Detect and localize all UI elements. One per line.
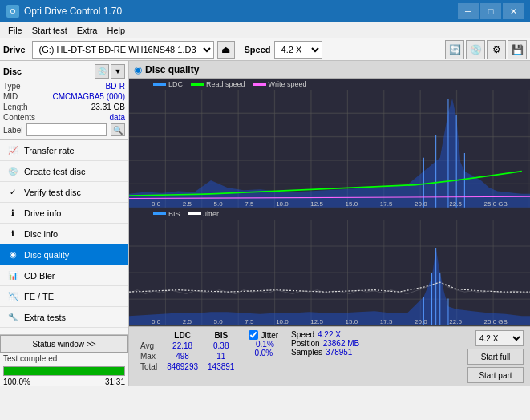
- disc-title: Disc: [3, 67, 22, 76]
- total-bis: 143891: [203, 361, 239, 372]
- read-speed-legend: Read speed: [191, 80, 245, 88]
- disc-contents-row: Contents data: [3, 113, 125, 122]
- read-speed-label: Read speed: [206, 80, 245, 88]
- ldc-legend: LDC: [153, 80, 183, 88]
- write-speed-legend: Write speed: [253, 80, 307, 88]
- ldc-color: [153, 83, 166, 86]
- bottom-x-axis: 0.0 2.5 5.0 7.5 10.0 12.5 15.0 17.5 20.0…: [152, 318, 508, 325]
- nav-cd-bler-label: CD Bler: [24, 271, 55, 281]
- disc-button[interactable]: 💿: [466, 40, 485, 59]
- write-speed-color: [253, 83, 266, 86]
- save-button[interactable]: 💾: [508, 40, 527, 59]
- progress-info: 100.0% 31:31: [0, 378, 128, 386]
- titlebar: O Opti Drive Control 1.70 ─ □ ✕: [0, 0, 530, 22]
- nav-drive-info-label: Drive info: [24, 208, 61, 218]
- position-value: 23862 MB: [323, 339, 360, 348]
- jitter-header: Jitter: [249, 330, 278, 340]
- avg-bis: 0.38: [203, 341, 239, 351]
- speed-action-select[interactable]: 4.2 X: [475, 330, 524, 346]
- bis-legend: BIS: [153, 210, 180, 218]
- disc-type-value: BD-R: [106, 82, 125, 91]
- disc-mid-label: MID: [3, 92, 18, 101]
- titlebar-left: O Opti Drive Control 1.70: [6, 5, 122, 18]
- action-section: 4.2 X Start full Start part: [467, 330, 524, 383]
- read-speed-color: [191, 83, 204, 86]
- write-speed-label: Write speed: [269, 80, 307, 88]
- nav-verify-test-disc[interactable]: ✓ Verify test disc: [0, 182, 128, 203]
- menu-extra[interactable]: Extra: [72, 24, 103, 37]
- speed-select[interactable]: 4.2 X: [274, 41, 322, 59]
- app-icon: O: [6, 5, 19, 18]
- stats-table: LDC BIS Avg 22.18 0.38 Max 498 11: [136, 330, 239, 372]
- jitter-color: [188, 212, 201, 215]
- nav-create-test-disc[interactable]: 💿 Create test disc: [0, 161, 128, 182]
- sidebar: Disc 💿 ▼ Type BD-R MID CMCMAGBA5 (000) L…: [0, 61, 129, 386]
- fe-te-icon: 📉: [6, 290, 19, 303]
- app-title: Opti Drive Control 1.70: [24, 6, 122, 17]
- nav-disc-quality[interactable]: ◉ Disc quality: [0, 244, 128, 265]
- settings-button[interactable]: ⚙: [487, 40, 506, 59]
- nav-cd-bler[interactable]: 📊 CD Bler: [0, 265, 128, 286]
- elapsed-time: 31:31: [105, 378, 125, 386]
- disc-header: Disc 💿 ▼: [3, 64, 125, 79]
- menu-help[interactable]: Help: [102, 24, 130, 37]
- stats-area: LDC BIS Avg 22.18 0.38 Max 498 11: [129, 326, 530, 386]
- chart-title: Disc quality: [145, 64, 199, 75]
- nav-transfer-rate-label: Transfer rate: [24, 146, 75, 155]
- disc-icon-btn1[interactable]: 💿: [95, 64, 109, 79]
- start-part-button[interactable]: Start part: [467, 367, 524, 383]
- speed-label: Speed: [245, 45, 271, 55]
- disc-contents-value: data: [110, 113, 125, 122]
- charts-container: LDC Read speed Write speed 500 400 300: [129, 79, 530, 326]
- total-ldc: 8469293: [162, 361, 203, 372]
- top-chart-svg: [129, 90, 530, 208]
- disc-type-label: Type: [3, 82, 21, 91]
- position-label: Position: [291, 339, 320, 348]
- disc-icon-btn2[interactable]: ▼: [111, 64, 125, 79]
- nav-drive-info[interactable]: ℹ Drive info: [0, 203, 128, 224]
- maximize-button[interactable]: □: [480, 3, 501, 19]
- disc-length-row: Length 23.31 GB: [3, 103, 125, 111]
- nav-disc-info[interactable]: ℹ Disc info: [0, 224, 128, 244]
- jitter-avg: -0.1%: [249, 340, 278, 349]
- speed-text-value: 4.22 X: [318, 330, 341, 339]
- disc-section: Disc 💿 ▼ Type BD-R MID CMCMAGBA5 (000) L…: [0, 61, 128, 140]
- status-section: Status window >> Test completed 100.0% 3…: [0, 334, 128, 386]
- nav-extra-tests[interactable]: 🔧 Extra tests: [0, 307, 128, 328]
- stats-header-bis: BIS: [203, 330, 239, 341]
- cd-bler-icon: 📊: [6, 269, 19, 282]
- disc-mid-value: CMCMAGBA5 (000): [52, 92, 125, 101]
- refresh-button[interactable]: 🔄: [445, 40, 464, 59]
- disc-label-btn[interactable]: 🔍: [111, 123, 125, 136]
- menu-start-test[interactable]: Start test: [27, 24, 72, 37]
- main-layout: Disc 💿 ▼ Type BD-R MID CMCMAGBA5 (000) L…: [0, 61, 530, 386]
- start-full-button[interactable]: Start full: [467, 349, 524, 365]
- eject-button[interactable]: ⏏: [217, 41, 235, 59]
- bis-color: [153, 212, 166, 215]
- disc-icons: 💿 ▼: [95, 64, 125, 79]
- close-button[interactable]: ✕: [503, 3, 524, 19]
- nav-disc-info-label: Disc info: [24, 229, 58, 239]
- status-window-button[interactable]: Status window >>: [0, 335, 128, 353]
- nav-create-test-disc-label: Create test disc: [24, 167, 85, 176]
- disc-label-input[interactable]: [26, 123, 107, 136]
- top-x-axis: 0.0 2.5 5.0 7.5 10.0 12.5 15.0 17.5 20.0…: [152, 200, 508, 208]
- nav-verify-test-disc-label: Verify test disc: [24, 188, 81, 197]
- window-controls[interactable]: ─ □ ✕: [458, 3, 524, 19]
- nav-fe-te[interactable]: 📉 FE / TE: [0, 286, 128, 307]
- stats-total-row: Total 8469293 143891: [136, 361, 239, 372]
- jitter-checkbox[interactable]: [249, 330, 258, 340]
- samples-label: Samples: [291, 348, 322, 357]
- nav-transfer-rate[interactable]: 📈 Transfer rate: [0, 140, 128, 161]
- disc-type-row: Type BD-R: [3, 82, 125, 91]
- disc-info-icon: ℹ: [6, 228, 19, 240]
- position-row: Position 23862 MB: [291, 339, 359, 348]
- minimize-button[interactable]: ─: [458, 3, 479, 19]
- top-chart-panel: LDC Read speed Write speed 500 400 300: [129, 79, 530, 208]
- stats-header-empty: [136, 330, 162, 341]
- speed-text-label: Speed: [291, 330, 314, 339]
- menu-file[interactable]: File: [3, 24, 27, 37]
- disc-mid-row: MID CMCMAGBA5 (000): [3, 92, 125, 101]
- drive-select[interactable]: (G:) HL-DT-ST BD-RE WH16NS48 1.D3: [32, 41, 214, 59]
- nav-items: 📈 Transfer rate 💿 Create test disc ✓ Ver…: [0, 140, 128, 334]
